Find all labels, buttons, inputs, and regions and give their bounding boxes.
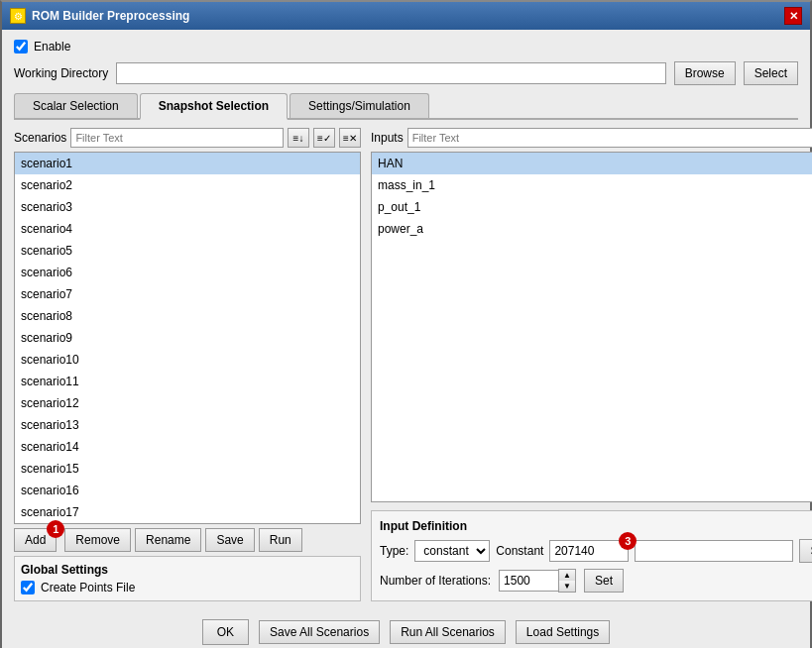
scenario-item[interactable]: scenario12 <box>15 392 360 414</box>
scenarios-header: Scenarios ≡↓ ≡✓ ≡✕ <box>14 128 361 148</box>
run-button[interactable]: Run <box>259 528 302 552</box>
scenario-item[interactable]: scenario8 <box>15 305 360 327</box>
spinner-down[interactable]: ▼ <box>559 581 575 592</box>
footer-row: OK Save All Scenarios Run All Scenarios … <box>14 609 798 648</box>
window-title: ROM Builder Preprocessing <box>32 9 189 23</box>
right-panel: Inputs 2 ≡↓ HANmass_in_1p_out_1power_a I… <box>371 128 812 601</box>
inputs-header: Inputs 2 ≡↓ <box>371 128 812 148</box>
scenario-item[interactable]: scenario16 <box>15 480 360 501</box>
tab-snapshot[interactable]: Snapshot Selection <box>140 93 288 120</box>
scenario-item[interactable]: scenario14 <box>15 436 360 458</box>
inputs-list[interactable]: HANmass_in_1p_out_1power_a <box>371 152 812 502</box>
spinner-buttons: ▲ ▼ <box>558 569 576 593</box>
scenario-item[interactable]: scenario11 <box>15 371 360 392</box>
title-bar: ⚙ ROM Builder Preprocessing ✕ <box>2 2 810 30</box>
type-select[interactable]: constant linear random <box>414 540 490 562</box>
scenario-item[interactable]: scenario7 <box>15 283 360 305</box>
constant-extra-input[interactable] <box>635 540 793 562</box>
scenario-item[interactable]: scenario4 <box>15 218 360 240</box>
spinner-up[interactable]: ▲ <box>559 570 575 581</box>
scenarios-filter[interactable] <box>70 128 284 148</box>
left-panel: Scenarios ≡↓ ≡✓ ≡✕ scenario1scenario2sce… <box>14 128 361 601</box>
run-all-button[interactable]: Run All Scenarios <box>390 620 506 644</box>
main-window: ⚙ ROM Builder Preprocessing ✕ Enable Wor… <box>0 0 812 648</box>
load-settings-button[interactable]: Load Settings <box>516 620 610 644</box>
inputs-label: Inputs <box>371 131 404 145</box>
close-button[interactable]: ✕ <box>784 7 802 25</box>
tabs-row: Scalar Selection Snapshot Selection Sett… <box>14 93 798 120</box>
left-bottom: 1 Add Remove Rename Save Run Global Sett… <box>14 524 361 601</box>
iterations-input[interactable] <box>499 570 558 592</box>
type-label: Type: <box>380 544 408 558</box>
input-item[interactable]: power_a <box>372 218 812 240</box>
input-def-row: Type: constant linear random Constant 3 <box>380 539 812 563</box>
tab-settings[interactable]: Settings/Simulation <box>290 93 429 118</box>
constant-label: Constant <box>496 544 543 558</box>
global-settings: Global Settings Create Points File <box>14 556 361 601</box>
iterations-spinner: ▲ ▼ <box>499 569 576 593</box>
scenarios-label: Scenarios <box>14 131 66 145</box>
scenarios-list[interactable]: scenario1scenario2scenario3scenario4scen… <box>14 152 361 524</box>
scenarios-select-visible-btn[interactable]: ≡✓ <box>313 128 335 148</box>
working-dir-label: Working Directory <box>14 66 108 80</box>
scenarios-select-all-btn[interactable]: ≡↓ <box>288 128 309 148</box>
scenario-item[interactable]: scenario15 <box>15 458 360 480</box>
set-button-2[interactable]: Set <box>584 569 624 593</box>
set-button-1[interactable]: Set <box>799 539 812 563</box>
scenario-item[interactable]: scenario3 <box>15 196 360 218</box>
working-dir-input[interactable] <box>116 62 665 84</box>
remove-button[interactable]: Remove <box>64 528 131 552</box>
input-item[interactable]: mass_in_1 <box>372 174 812 196</box>
working-dir-row: Working Directory Browse Select <box>14 61 798 85</box>
ok-button[interactable]: OK <box>202 619 249 645</box>
scenario-item[interactable]: scenario1 <box>15 153 360 174</box>
create-points-row: Create Points File <box>21 581 354 594</box>
input-definition-section: Input Definition Type: constant linear r… <box>371 510 812 601</box>
iterations-label: Number of Iterations: <box>380 574 491 588</box>
save-all-button[interactable]: Save All Scenarios <box>259 620 380 644</box>
input-def-title: Input Definition <box>380 519 812 533</box>
select-button[interactable]: Select <box>744 61 798 85</box>
badge-1: 1 <box>47 520 64 538</box>
save-button[interactable]: Save <box>205 528 254 552</box>
scenarios-deselect-btn[interactable]: ≡✕ <box>339 128 361 148</box>
global-settings-title: Global Settings <box>21 563 354 577</box>
main-content: Scenarios ≡↓ ≡✓ ≡✕ scenario1scenario2sce… <box>14 128 798 601</box>
input-item[interactable]: p_out_1 <box>372 196 812 218</box>
input-item[interactable]: HAN <box>372 153 812 174</box>
action-btns: 1 Add Remove Rename Save Run <box>14 528 361 552</box>
scenario-item[interactable]: scenario9 <box>15 327 360 349</box>
tab-scalar[interactable]: Scalar Selection <box>14 93 138 118</box>
create-points-checkbox[interactable] <box>21 581 35 594</box>
scenario-item[interactable]: scenario5 <box>15 240 360 262</box>
app-icon: ⚙ <box>10 8 26 24</box>
scenario-item[interactable]: scenario13 <box>15 414 360 436</box>
enable-label: Enable <box>34 40 70 54</box>
constant-value-input[interactable] <box>549 540 629 562</box>
scenario-item[interactable]: scenario10 <box>15 349 360 371</box>
browse-button[interactable]: Browse <box>674 61 736 85</box>
enable-row: Enable <box>14 40 798 54</box>
scenario-item[interactable]: scenario2 <box>15 174 360 196</box>
enable-checkbox[interactable] <box>14 40 28 54</box>
scenario-item[interactable]: scenario6 <box>15 262 360 283</box>
inputs-filter[interactable] <box>407 128 812 148</box>
title-bar-left: ⚙ ROM Builder Preprocessing <box>10 8 189 24</box>
rename-button[interactable]: Rename <box>135 528 201 552</box>
create-points-label: Create Points File <box>41 581 135 594</box>
window-body: Enable Working Directory Browse Select S… <box>2 30 810 648</box>
iterations-row: Number of Iterations: ▲ ▼ Set <box>380 569 812 593</box>
scenario-item[interactable]: scenario17 <box>15 501 360 523</box>
